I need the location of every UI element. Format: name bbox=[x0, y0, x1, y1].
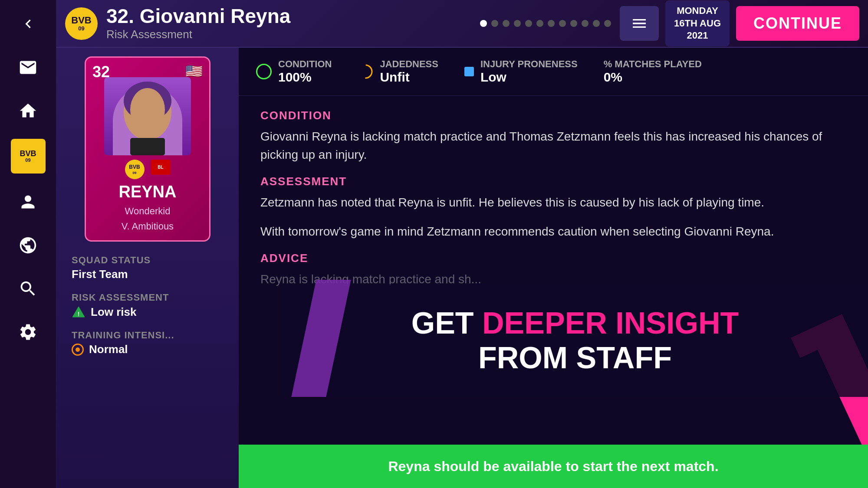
squad-status-row: SQUAD STATUS First Team bbox=[72, 255, 224, 281]
promo-line1: GET DEEPER INSIGHT bbox=[411, 306, 739, 341]
dot-8 bbox=[559, 20, 566, 27]
injury-label: INJURY PRONENESS bbox=[480, 59, 578, 70]
condition-icon bbox=[256, 64, 272, 79]
risk-label: RISK ASSESSMENT bbox=[72, 292, 224, 303]
assessment-text2: With tomorrow's game in mind Zetzmann re… bbox=[260, 223, 846, 241]
home-icon[interactable] bbox=[13, 95, 43, 126]
card-player-name: REYNA bbox=[92, 183, 203, 201]
header-title-section: 32. Giovanni Reyna Risk Assessment bbox=[106, 6, 471, 41]
left-panel: 32 🇺🇸 BVB09 bbox=[56, 48, 239, 488]
header-right: MONDAY 16TH AUG 2021 CONTINUE bbox=[620, 0, 859, 46]
condition-text-block: Giovanni Reyna is lacking match practice… bbox=[260, 128, 846, 164]
training-intensity-icon bbox=[72, 344, 84, 356]
injury-text: INJURY PRONENESS Low bbox=[480, 59, 578, 85]
condition-title: CONDITION bbox=[260, 109, 846, 122]
matches-text: % MATCHES PLAYED 0% bbox=[604, 59, 702, 85]
squad-status-value: First Team bbox=[72, 268, 224, 281]
club-badge-sidebar[interactable]: BVB 09 bbox=[11, 139, 46, 174]
training-label: TRAINING INTENSI... bbox=[72, 330, 224, 341]
dot-10 bbox=[582, 20, 589, 27]
dot-2 bbox=[491, 20, 498, 27]
dot-4 bbox=[514, 20, 521, 27]
progress-dots bbox=[480, 20, 611, 27]
jadedness-value: Unfit bbox=[380, 70, 438, 85]
dot-7 bbox=[548, 20, 555, 27]
training-inner-dot bbox=[76, 347, 80, 352]
stat-matches: % MATCHES PLAYED 0% bbox=[604, 59, 702, 85]
stats-bar: CONDITION 100% JADEDNESS Unfit bbox=[239, 48, 868, 96]
body-area: 32 🇺🇸 BVB09 bbox=[56, 48, 868, 488]
continue-button[interactable]: CONTINUE bbox=[736, 6, 859, 41]
card-photo bbox=[104, 77, 191, 155]
risk-inline: ! Low risk bbox=[72, 305, 224, 319]
dot-12 bbox=[604, 20, 611, 27]
svg-text:!: ! bbox=[78, 311, 80, 318]
card-trait1: Wonderkid bbox=[92, 203, 203, 219]
risk-assessment-row: RISK ASSESSMENT ! Low risk bbox=[72, 292, 224, 319]
dot-11 bbox=[593, 20, 600, 27]
date-display: MONDAY 16TH AUG 2021 bbox=[665, 0, 730, 46]
card-trait2: V. Ambitious bbox=[92, 219, 203, 234]
training-row: TRAINING INTENSI... Normal bbox=[72, 330, 224, 356]
menu-button[interactable] bbox=[620, 6, 659, 41]
training-inline: Normal bbox=[72, 343, 224, 356]
risk-value: Low risk bbox=[91, 305, 136, 319]
injury-value: Low bbox=[480, 70, 578, 85]
injury-icon bbox=[464, 67, 474, 76]
content-area: CONDITION Giovanni Reyna is lacking matc… bbox=[239, 96, 868, 445]
dot-1 bbox=[480, 20, 487, 27]
dot-9 bbox=[570, 20, 577, 27]
squad-status-label: SQUAD STATUS bbox=[72, 255, 224, 266]
training-value: Normal bbox=[89, 343, 128, 356]
jadedness-text: JADEDNESS Unfit bbox=[380, 59, 438, 85]
assessment-title: ASSESSMENT bbox=[260, 175, 846, 188]
dot-6 bbox=[536, 20, 543, 27]
header: BVB 09 32. Giovanni Reyna Risk Assessmen… bbox=[56, 0, 868, 48]
jadedness-label: JADEDNESS bbox=[380, 59, 438, 70]
card-logos: BVB09 BL bbox=[92, 160, 203, 179]
sidebar: BVB 09 bbox=[0, 0, 56, 488]
slash-decoration bbox=[291, 280, 351, 397]
promo-line2: FROM STAFF bbox=[411, 341, 739, 375]
globe-icon[interactable] bbox=[13, 230, 43, 260]
svg-point-2 bbox=[130, 88, 165, 131]
svg-rect-3 bbox=[130, 138, 165, 155]
promo-overlay: GET DEEPER INSIGHT FROM STAFF bbox=[282, 284, 868, 397]
assessment-text1: Zetzmann has noted that Reyna is unfit. … bbox=[260, 193, 846, 212]
settings-icon[interactable] bbox=[13, 317, 43, 347]
player-card: 32 🇺🇸 BVB09 bbox=[85, 56, 210, 242]
promo-highlight: DEEPER INSIGHT bbox=[482, 306, 739, 340]
stat-condition: CONDITION 100% bbox=[256, 59, 332, 85]
scout-icon[interactable] bbox=[13, 187, 43, 217]
player-name: 32. Giovanni Reyna bbox=[106, 6, 471, 26]
right-panel: CONDITION 100% JADEDNESS Unfit bbox=[239, 48, 868, 488]
bottom-bar: Reyna should be available to start the n… bbox=[239, 445, 868, 488]
bottom-message: Reyna should be available to start the n… bbox=[388, 459, 718, 475]
page-subtitle: Risk Assessment bbox=[106, 28, 471, 41]
card-league-logo: BL bbox=[151, 160, 171, 175]
promo-text-container: GET DEEPER INSIGHT FROM STAFF bbox=[411, 306, 739, 376]
dot-3 bbox=[503, 20, 510, 27]
search-icon[interactable] bbox=[13, 273, 43, 304]
back-button[interactable] bbox=[13, 9, 43, 39]
card-club-logo: BVB09 bbox=[125, 160, 145, 179]
jadedness-icon bbox=[358, 64, 373, 79]
dot-5 bbox=[525, 20, 532, 27]
condition-label: CONDITION bbox=[278, 59, 332, 70]
club-badge-header: BVB 09 bbox=[65, 7, 98, 40]
risk-triangle-icon: ! bbox=[72, 305, 85, 319]
condition-text: CONDITION 100% bbox=[278, 59, 332, 85]
advice-title: ADVICE bbox=[260, 252, 846, 265]
matches-value: 0% bbox=[604, 70, 702, 85]
svg-point-6 bbox=[359, 65, 372, 78]
mail-icon[interactable] bbox=[13, 52, 43, 82]
squad-info: SQUAD STATUS First Team RISK ASSESSMENT … bbox=[65, 255, 230, 367]
stat-injury: INJURY PRONENESS Low bbox=[464, 59, 578, 85]
condition-value: 100% bbox=[278, 70, 332, 85]
matches-label: % MATCHES PLAYED bbox=[604, 59, 702, 70]
main-content: BVB 09 32. Giovanni Reyna Risk Assessmen… bbox=[56, 0, 868, 488]
stat-jadedness: JADEDNESS Unfit bbox=[358, 59, 438, 85]
